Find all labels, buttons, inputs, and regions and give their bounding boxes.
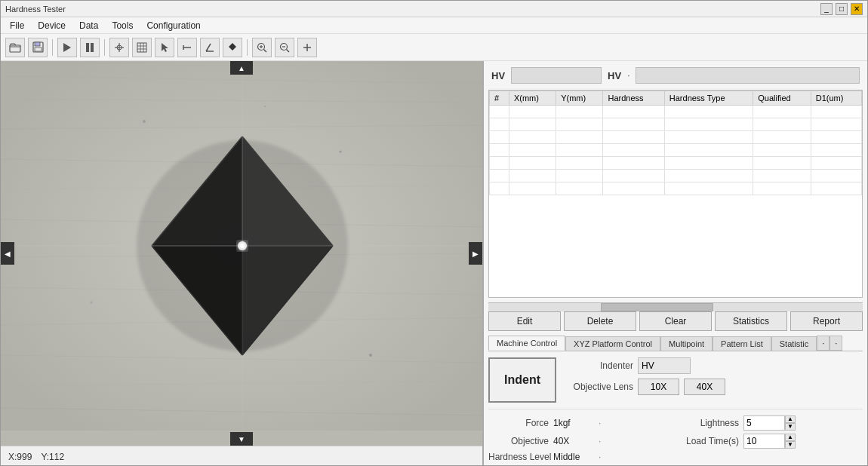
- col-header-d1: D1(um): [811, 91, 861, 106]
- controls-right: Indenter Objective Lens 10X 40X: [565, 357, 863, 403]
- indenter-input[interactable]: [638, 357, 691, 374]
- menu-bar: File Device Data Tools Configuration: [1, 17, 867, 34]
- menu-device[interactable]: Device: [32, 19, 72, 32]
- tab-xyz-platform[interactable]: XYZ Platform Control: [565, 336, 660, 351]
- svg-rect-0: [10, 45, 20, 52]
- force-row: Force 1kgf ·: [488, 415, 673, 431]
- hv-input-2[interactable]: [636, 67, 860, 84]
- edit-button[interactable]: Edit: [488, 311, 561, 331]
- close-button[interactable]: ✕: [851, 3, 863, 15]
- hv-label-1: HV: [491, 70, 505, 81]
- svg-point-44: [340, 151, 342, 153]
- col-header-type: Hardness Type: [664, 91, 753, 106]
- data-table-container[interactable]: # X(mm) Y(mm) Hardness Hardness Type Qua…: [488, 90, 863, 298]
- crosshair-tool-button[interactable]: [109, 38, 129, 57]
- grid-tool-button[interactable]: [132, 38, 152, 57]
- marker-tool-button[interactable]: [223, 38, 242, 57]
- svg-marker-20: [229, 43, 236, 51]
- title-bar: Hardness Tester _ □ ✕: [1, 1, 867, 17]
- load-time-up-button[interactable]: ▲: [785, 434, 796, 441]
- svg-point-43: [143, 120, 146, 123]
- status-bar-left: X: 999 Y: 112: [1, 446, 482, 466]
- table-row: [490, 170, 862, 182]
- tab-statistic[interactable]: Statistic: [771, 336, 817, 351]
- indenter-label: Indenter: [565, 360, 633, 371]
- load-time-row: Load Time(s) ▲ ▼: [679, 434, 863, 449]
- hv-label-2: HV: [608, 70, 621, 81]
- nav-left-button[interactable]: ◀: [1, 242, 14, 265]
- lightness-input[interactable]: [743, 415, 785, 431]
- window-controls: _ □ ✕: [820, 3, 863, 15]
- hardness-level-dash: ·: [599, 452, 601, 462]
- lightness-down-button[interactable]: ▼: [785, 423, 796, 431]
- play-tool-button[interactable]: [57, 38, 77, 57]
- table-horizontal-scrollbar[interactable]: [488, 302, 863, 311]
- toolbar-separator-3: [247, 39, 248, 56]
- svg-rect-2: [35, 42, 40, 46]
- indent-button[interactable]: Indent: [488, 357, 556, 403]
- col-header-num: #: [490, 91, 509, 106]
- zoom-out-tool-button[interactable]: [275, 38, 294, 57]
- machine-control-panel: Indent Indenter Objective Lens 10X 40X: [488, 357, 863, 403]
- tab-extra-button[interactable]: ·: [830, 336, 842, 351]
- hv-input-1[interactable]: [511, 67, 602, 84]
- statistics-button[interactable]: Statistics: [715, 311, 787, 331]
- menu-data[interactable]: Data: [73, 19, 104, 32]
- line-tool-button[interactable]: [177, 38, 197, 57]
- open-tool-button[interactable]: [5, 38, 25, 57]
- table-row: [490, 106, 862, 118]
- angle-tool-button[interactable]: [200, 38, 220, 57]
- col-header-hardness: Hardness: [603, 91, 664, 106]
- svg-rect-10: [137, 43, 146, 52]
- objective-lens-label: Objective Lens: [565, 382, 633, 392]
- nav-up-button[interactable]: ▲: [230, 61, 253, 75]
- objective-lens-row: Objective Lens 10X 40X: [565, 379, 863, 395]
- objective-value: 40X: [553, 436, 591, 446]
- lightness-row: Lightness ▲ ▼: [679, 415, 863, 431]
- tab-multipoint[interactable]: Multipoint: [660, 336, 713, 351]
- x-value: 999: [17, 452, 32, 462]
- svg-marker-15: [162, 43, 168, 52]
- indent-button-area: Indent: [488, 357, 556, 403]
- lightness-up-button[interactable]: ▲: [785, 415, 796, 423]
- svg-point-45: [91, 302, 93, 304]
- hardness-level-row: Hardness Level Middle ·: [488, 452, 673, 462]
- svg-rect-5: [86, 43, 89, 52]
- right-panel: HV HV · # X(mm) Y(mm) Hardness Hardness …: [484, 61, 867, 466]
- microscope-canvas: [1, 61, 482, 446]
- lens-10x-button[interactable]: 10X: [638, 379, 679, 395]
- lightness-spin-buttons: ▲ ▼: [785, 415, 796, 431]
- lens-40x-button[interactable]: 40X: [684, 379, 725, 395]
- save-tool-button[interactable]: [28, 38, 48, 57]
- maximize-button[interactable]: □: [836, 3, 848, 15]
- tab-pattern-list[interactable]: Pattern List: [713, 336, 771, 351]
- cursor-tool-button[interactable]: [155, 38, 174, 57]
- minimize-button[interactable]: _: [820, 3, 833, 15]
- menu-file[interactable]: File: [4, 19, 30, 32]
- menu-tools[interactable]: Tools: [106, 19, 139, 32]
- delete-button[interactable]: Delete: [564, 311, 636, 331]
- menu-configuration[interactable]: Configuration: [140, 19, 206, 32]
- data-table: # X(mm) Y(mm) Hardness Hardness Type Qua…: [489, 90, 862, 195]
- hardness-level-value: Middle: [553, 452, 591, 462]
- clear-button[interactable]: Clear: [639, 311, 712, 331]
- add-tool-button[interactable]: [297, 38, 317, 57]
- tab-machine-control[interactable]: Machine Control: [488, 336, 565, 351]
- svg-line-19: [206, 44, 211, 51]
- load-time-down-button[interactable]: ▼: [785, 441, 796, 449]
- svg-line-22: [264, 49, 267, 52]
- nav-down-button[interactable]: ▼: [230, 432, 253, 446]
- svg-point-47: [264, 106, 266, 107]
- load-time-spin: ▲ ▼: [743, 434, 796, 449]
- table-row: [490, 157, 862, 170]
- report-button[interactable]: Report: [790, 311, 863, 331]
- lightness-label: Lightness: [679, 418, 739, 428]
- load-time-input[interactable]: [743, 434, 785, 449]
- indenter-row: Indenter: [565, 357, 863, 374]
- zoom-in-tool-button[interactable]: [252, 38, 272, 57]
- lightness-spin: ▲ ▼: [743, 415, 796, 431]
- nav-right-button[interactable]: ▶: [469, 242, 482, 265]
- table-row: [490, 182, 862, 195]
- pause-tool-button[interactable]: [80, 38, 100, 57]
- tab-more-button[interactable]: ·: [817, 336, 830, 351]
